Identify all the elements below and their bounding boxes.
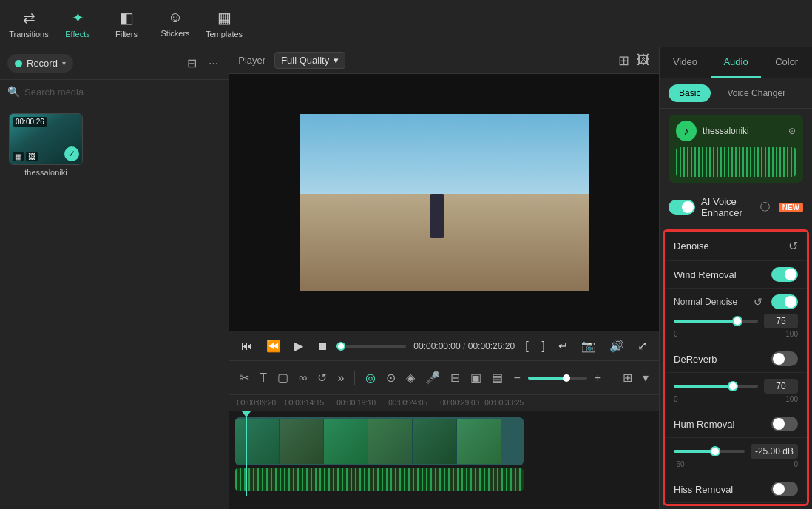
stop-button[interactable]: ⏹ [314,338,331,354]
plus-zoom-btn[interactable]: + [592,368,604,388]
ai-voice-section: AI Voice Enhancer ⓘ NEW [660,189,812,226]
progress-dot [336,342,345,351]
video-track[interactable] [235,417,524,465]
more-icon[interactable]: ··· [206,54,221,73]
dereverb-slider[interactable] [674,385,758,388]
rotate-tool-btn[interactable]: ↺ [314,368,330,388]
hum-removal-slider-row: -25.00 dB -60 0 [665,438,807,476]
transitions-icon: ⇄ [23,9,35,27]
cut-tool-btn[interactable]: ✂ [237,368,252,388]
video-tool-btn[interactable]: ⊙ [383,368,399,388]
track-frame-4 [368,419,413,464]
dereverb-dot[interactable] [728,381,738,391]
progress-bar[interactable] [339,345,406,348]
normal-denoise-toggle[interactable] [771,294,798,309]
right-panel: Video Audio Color Basic Voice Changer ♪ … [659,47,812,509]
denoise-reset-icon[interactable]: ↺ [788,239,798,253]
mark-in-button[interactable]: [ [522,338,531,354]
image-icon[interactable]: 🖼 [637,53,650,68]
layout-btn[interactable]: ⊞ [620,368,635,388]
insert-button[interactable]: ↵ [555,337,571,354]
wind-removal-label: Wind Removal [674,269,767,280]
current-time-value: 00:00:00:00 [413,341,460,351]
timeline-area: 00:00:09:20 00:00:14:15 00:00:19:10 00:0… [229,394,659,509]
hum-removal-slider[interactable] [674,450,745,453]
minus-zoom-btn[interactable]: − [510,368,523,388]
quality-chevron-icon: ▾ [334,55,339,66]
hum-removal-toggle-dot [773,418,785,430]
templates-btn[interactable]: ▦ Templates [201,3,247,44]
toolbar-divider2 [612,371,612,385]
normal-denoise-slider[interactable] [674,320,758,323]
hum-removal-toggle[interactable] [771,417,798,431]
hum-removal-labels: -60 0 [674,459,798,470]
voice-changer-tab[interactable]: Voice Changer [717,84,796,102]
record-chevron-icon: ▾ [62,59,66,67]
audio-tool-btn[interactable]: ◎ [362,368,379,388]
effects-icon: ✦ [72,9,84,27]
wind-removal-toggle[interactable] [771,267,798,282]
text-tool-btn[interactable]: T [257,368,270,388]
stickers-btn[interactable]: ☺ Stickers [152,3,198,44]
normal-denoise-min: 0 [674,330,678,338]
transitions-btn[interactable]: ⇄ Transitions [6,3,52,44]
frame-tool-btn[interactable]: ▣ [467,368,484,388]
effects-btn[interactable]: ✦ Effects [55,3,101,44]
dereverb-toggle[interactable] [771,351,798,366]
normal-denoise-dot[interactable] [732,316,742,326]
layout-chevron-btn[interactable]: ▾ [640,368,652,388]
normal-denoise-row: Normal Denoise ↺ 75 0 [665,289,807,345]
zoom-slider [528,377,587,380]
more-tools-btn[interactable]: » [334,368,347,388]
audio-track-name: thessaloniki [703,126,782,136]
hiss-removal-toggle[interactable] [771,482,798,496]
normal-denoise-reset-icon[interactable]: ↺ [754,296,762,308]
tab-audio[interactable]: Audio [711,47,762,78]
hum-removal-max: 0 [794,460,798,468]
play-button[interactable]: ▶ [291,337,306,354]
player-controls: ⏮ ⏪ ▶ ⏹ 00:00:00:00 / 00:00:26:20 [ ] ↵ … [229,331,659,360]
media-tool-btn[interactable]: ▤ [489,368,506,388]
mark-out-button[interactable]: ] [539,338,548,354]
ai-voice-label: AI Voice Enhancer [701,196,754,218]
connect-tool-btn[interactable]: ∞ [296,368,310,388]
filter-icon[interactable]: ⊟ [184,53,200,73]
video-container [229,74,659,331]
search-input[interactable] [24,87,221,98]
frame-back-button[interactable]: ⏪ [263,337,284,354]
tab-color[interactable]: Color [761,47,812,78]
dereverb-labels: 0 100 [674,394,798,405]
media-icons: ▦ 🖼 [13,152,38,161]
trim-tool-btn[interactable]: ⊟ [447,368,463,388]
dereverb-slider-row: 70 0 100 [665,373,807,411]
record-button[interactable]: Record ▾ [7,54,73,73]
skip-back-button[interactable]: ⏮ [238,338,256,354]
mic-tool-btn[interactable]: 🎤 [422,368,443,388]
volume-button[interactable]: 🔊 [606,337,627,354]
audio-track[interactable] [235,468,524,491]
zoom-track[interactable] [528,377,587,380]
hum-removal-dot[interactable] [710,446,720,456]
audio-track-toggle-icon[interactable]: ⊙ [788,126,796,136]
effects-tool-btn[interactable]: ◈ [403,368,418,388]
ruler-mark-4: 00:00:24:05 [388,399,427,407]
filters-btn[interactable]: ◧ Filters [104,3,149,44]
grid-view-icon[interactable]: ⊞ [618,53,629,69]
tab-video[interactable]: Video [660,47,711,78]
list-item[interactable]: 00:00:26 ▦ 🖼 ✓ thessaloniki [9,113,83,177]
hum-removal-fill [674,450,715,453]
new-badge: NEW [779,203,803,212]
stickers-label: Stickers [160,29,189,38]
ai-voice-toggle[interactable] [669,200,695,215]
quality-select[interactable]: Full Quality ▾ [274,52,345,69]
basic-tab[interactable]: Basic [669,84,711,102]
normal-denoise-max: 100 [785,330,798,338]
zoom-dot [563,374,570,382]
right-tabs: Video Audio Color [660,47,812,78]
fullscreen-button[interactable]: ⤢ [635,337,650,354]
track-frame-5 [413,419,457,464]
crop-tool-btn[interactable]: ▢ [274,368,291,388]
screenshot-button[interactable]: 📷 [578,337,599,354]
hiss-removal-row: Hiss Removal [665,476,807,503]
hum-removal-row: Hum Removal [665,411,807,438]
